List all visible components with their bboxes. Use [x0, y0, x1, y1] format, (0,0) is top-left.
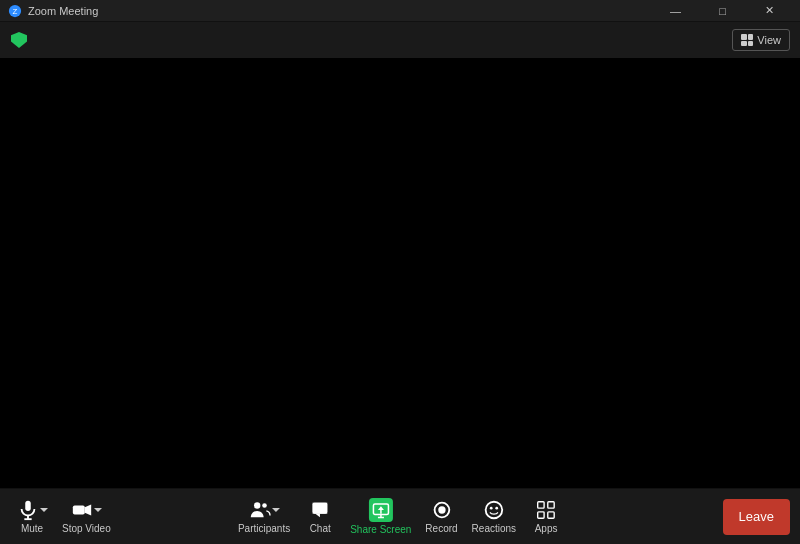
svg-marker-17 — [378, 506, 384, 514]
chat-label: Chat — [310, 523, 331, 534]
stop-video-icon-area — [71, 499, 102, 521]
toolbar: Mute Stop Video — [0, 488, 800, 544]
video-area — [0, 58, 800, 488]
svg-marker-5 — [40, 508, 48, 512]
svg-marker-8 — [94, 508, 102, 512]
window-title: Zoom Meeting — [28, 5, 98, 17]
svg-rect-6 — [73, 505, 85, 514]
title-bar-controls: — □ ✕ — [653, 0, 792, 22]
svg-point-22 — [495, 507, 498, 510]
mute-chevron-icon — [40, 506, 48, 514]
record-icon — [430, 499, 452, 521]
title-bar-left: Z Zoom Meeting — [8, 4, 98, 18]
apps-icon-area — [535, 499, 557, 521]
svg-point-19 — [438, 506, 445, 513]
svg-rect-24 — [548, 502, 554, 508]
svg-marker-11 — [272, 508, 280, 512]
toolbar-center: Participants Chat — [232, 493, 568, 541]
apps-button[interactable]: Apps — [524, 493, 568, 541]
zoom-app-icon: Z — [8, 4, 22, 18]
leave-button[interactable]: Leave — [723, 499, 790, 535]
svg-point-21 — [490, 507, 493, 510]
participants-icon-area — [249, 499, 280, 521]
reactions-icon — [483, 499, 505, 521]
share-screen-label: Share Screen — [350, 524, 411, 535]
record-label: Record — [425, 523, 457, 534]
minimize-button[interactable]: — — [653, 0, 698, 22]
chat-icon-area — [309, 499, 331, 521]
close-button[interactable]: ✕ — [747, 0, 792, 22]
share-screen-button[interactable]: Share Screen — [344, 493, 417, 541]
title-bar: Z Zoom Meeting — □ ✕ — [0, 0, 800, 22]
svg-point-10 — [262, 503, 267, 508]
svg-text:Z: Z — [13, 7, 18, 16]
participants-label: Participants — [238, 523, 290, 534]
top-bar: View — [0, 22, 800, 58]
video-chevron-icon — [94, 506, 102, 514]
microphone-icon — [17, 499, 39, 521]
participants-button[interactable]: Participants — [232, 493, 296, 541]
view-button[interactable]: View — [732, 29, 790, 51]
chat-button[interactable]: Chat — [298, 493, 342, 541]
view-grid-icon — [741, 34, 753, 46]
reactions-label: Reactions — [472, 523, 516, 534]
svg-point-9 — [254, 502, 260, 508]
reactions-icon-area — [483, 499, 505, 521]
maximize-button[interactable]: □ — [700, 0, 745, 22]
toolbar-right: Leave — [723, 499, 790, 535]
svg-rect-25 — [538, 512, 544, 518]
svg-rect-26 — [548, 512, 554, 518]
mute-icon-area — [17, 499, 48, 521]
svg-rect-2 — [25, 501, 31, 511]
svg-marker-13 — [316, 514, 321, 518]
svg-rect-23 — [538, 502, 544, 508]
stop-video-label: Stop Video — [62, 523, 111, 534]
shield-icon — [11, 32, 27, 48]
mute-button[interactable]: Mute — [10, 493, 54, 541]
participants-icon — [249, 499, 271, 521]
reactions-button[interactable]: Reactions — [466, 493, 522, 541]
apps-label: Apps — [535, 523, 558, 534]
share-screen-icon-area — [369, 498, 393, 522]
share-screen-icon — [372, 501, 390, 519]
view-label: View — [757, 34, 781, 46]
svg-point-20 — [486, 502, 503, 519]
record-button[interactable]: Record — [419, 493, 463, 541]
svg-marker-7 — [85, 505, 91, 516]
svg-rect-12 — [313, 503, 328, 514]
record-icon-area — [430, 499, 452, 521]
security-icon[interactable] — [10, 31, 28, 49]
share-icon-bg — [369, 498, 393, 522]
chat-icon — [309, 499, 331, 521]
stop-video-button[interactable]: Stop Video — [56, 493, 117, 541]
participants-chevron-icon — [272, 506, 280, 514]
video-icon — [71, 499, 93, 521]
apps-icon — [535, 499, 557, 521]
mute-label: Mute — [21, 523, 43, 534]
